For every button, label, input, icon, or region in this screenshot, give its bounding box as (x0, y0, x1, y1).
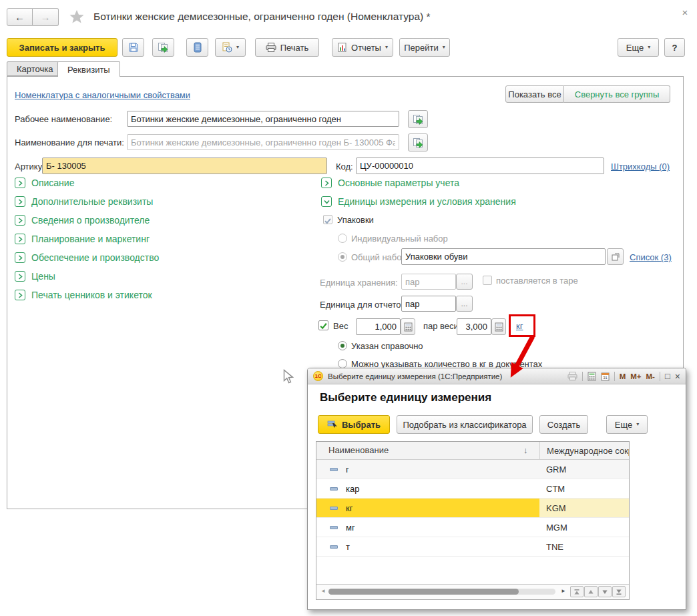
section-manufacturer-info[interactable]: Сведения о производителе (15, 215, 150, 226)
storage-unit-select-button[interactable]: ... (456, 274, 473, 290)
reports-menu-button[interactable]: Отчеты ▾ (332, 38, 393, 57)
save-close-button[interactable]: Записать и закрыть (7, 38, 118, 57)
window-close-button[interactable]: × (678, 5, 692, 19)
print-name-copy-button[interactable] (408, 133, 428, 151)
section-planning-marketing[interactable]: Планирование и маркетинг (15, 234, 150, 244)
table-row[interactable]: г GRM (316, 460, 629, 479)
weight-qty-input[interactable] (356, 318, 401, 335)
close-icon[interactable]: × (675, 371, 680, 382)
save-button[interactable] (122, 38, 144, 57)
select-list-icon (327, 420, 338, 429)
section-prices[interactable]: Цены (15, 271, 55, 282)
units-table: Наименование ↓ Международное сокра г GRM… (316, 441, 630, 600)
show-all-button[interactable]: Показать все (505, 85, 564, 103)
report-unit-input[interactable] (401, 296, 456, 312)
section-label: Цены (31, 271, 55, 282)
collapse-groups-label: Свернуть все группы (575, 89, 659, 99)
similar-nomenclature-link[interactable]: Номенклатура с аналогичными свойствами (15, 90, 190, 100)
section-supply-production[interactable]: Обеспечение и производство (15, 252, 159, 263)
unit-name: мг (346, 523, 355, 533)
section-main-accounting-params[interactable]: Основные параметры учета (321, 178, 459, 188)
go-down-button[interactable] (598, 586, 612, 597)
go-first-button[interactable] (570, 586, 584, 597)
table-row-selected[interactable]: кг KGM (316, 499, 629, 518)
create-label: Создать (547, 420, 580, 430)
select-label: Выбрать (342, 420, 381, 430)
scrollbar-thumb[interactable] (328, 589, 519, 595)
horizontal-scrollbar[interactable]: ◄ ► (316, 584, 629, 599)
scroll-left-icon[interactable]: ◄ (320, 588, 326, 594)
weight-qty-calc-button[interactable] (401, 318, 415, 335)
show-in-list-button[interactable] (186, 38, 208, 57)
shared-set-radio[interactable] (338, 252, 347, 262)
barcodes-link[interactable]: Штрихкоды (0) (611, 162, 670, 172)
section-description[interactable]: Описание (15, 178, 74, 188)
create-button[interactable]: Создать (539, 415, 588, 434)
radio-dot (340, 255, 344, 259)
weight-kg-docs-radio[interactable] (338, 359, 347, 368)
weight-checkbox[interactable] (318, 320, 328, 330)
dialog-more-button[interactable]: Еще ▾ (606, 415, 648, 434)
select-button[interactable]: Выбрать (318, 415, 390, 434)
collapse-groups-button[interactable]: Свернуть все группы (564, 85, 670, 103)
table-row[interactable]: т TNE (316, 537, 629, 557)
goto-menu-button[interactable]: Перейти ▾ (399, 38, 450, 57)
history-menu-button[interactable]: ▾ (215, 38, 246, 57)
divider (660, 372, 660, 381)
help-button[interactable]: ? (664, 38, 685, 57)
go-up-button[interactable] (584, 586, 598, 597)
copy-document-icon (158, 42, 169, 53)
memory-recall-button[interactable]: М (620, 372, 626, 380)
go-last-button[interactable] (612, 586, 626, 597)
calendar-icon[interactable]: 31 (601, 372, 610, 381)
chevron-down-icon (321, 196, 332, 207)
favorite-star-icon[interactable] (69, 9, 85, 25)
storage-unit-input[interactable] (401, 274, 456, 290)
chevron-down-icon: ▾ (236, 45, 239, 50)
section-price-tags-labels[interactable]: Печать ценников и этикеток (15, 290, 152, 300)
weight-total-input[interactable] (457, 318, 491, 335)
table-row[interactable]: кар CTM (316, 479, 629, 499)
working-name-input[interactable] (127, 111, 399, 127)
tab-card[interactable]: Карточка (7, 61, 63, 76)
weight-label: Вес (333, 321, 348, 331)
column-name-header[interactable]: Наименование (328, 445, 389, 455)
table-header[interactable]: Наименование ↓ Международное сокра (316, 442, 629, 460)
pick-from-classifier-button[interactable]: Подобрать из классификатора (397, 415, 533, 434)
tare-checkbox[interactable] (483, 276, 492, 285)
calculator-icon[interactable] (588, 372, 596, 381)
print-button[interactable]: Печать (255, 38, 319, 57)
back-button[interactable]: ← (7, 8, 33, 26)
table-row[interactable]: мг MGM (316, 518, 629, 537)
more-menu-button[interactable]: Еще ▾ (618, 38, 659, 57)
save-and-copy-button[interactable] (152, 38, 174, 57)
packages-list-link[interactable]: Список (3) (630, 252, 672, 262)
chevron-down-icon: ▾ (636, 422, 639, 427)
scrollbar-track[interactable] (328, 589, 555, 595)
memory-subtract-button[interactable]: М- (646, 372, 655, 380)
print-name-input[interactable] (127, 134, 399, 150)
article-input[interactable] (42, 158, 327, 174)
weight-reference-radio[interactable] (338, 341, 347, 350)
shared-set-input[interactable] (401, 248, 606, 265)
report-unit-select-button[interactable]: ... (456, 296, 473, 312)
scroll-right-icon[interactable]: ► (561, 588, 566, 594)
working-name-copy-button[interactable] (408, 110, 428, 128)
maximize-icon[interactable]: □ (665, 371, 670, 381)
section-additional-attributes[interactable]: Дополнительные реквизиты (15, 196, 153, 207)
printer-icon[interactable] (567, 372, 577, 380)
tab-details[interactable]: Реквизиты (57, 61, 120, 77)
section-label: Сведения о производителе (31, 215, 150, 226)
individual-set-radio[interactable] (338, 234, 347, 243)
code-input[interactable] (356, 158, 604, 174)
section-label: Обеспечение и производство (31, 252, 159, 263)
shared-set-open-button[interactable] (607, 248, 624, 265)
copy-document-icon (413, 137, 424, 148)
forward-button[interactable]: → (33, 8, 59, 26)
memory-add-button[interactable]: М+ (630, 372, 641, 380)
1c-logo-icon: 1С (313, 371, 323, 381)
section-units-storage[interactable]: Единицы измерения и условия хранения (321, 196, 516, 207)
packages-checkbox[interactable] (323, 215, 332, 224)
column-intl-header[interactable]: Международное сокра (539, 442, 629, 459)
printer-icon (266, 43, 276, 52)
